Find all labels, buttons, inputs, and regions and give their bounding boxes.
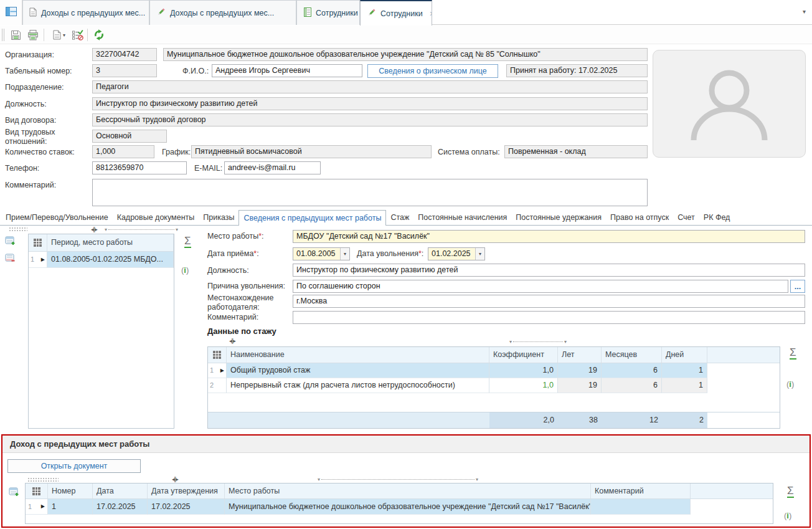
relation-field: Основной: [92, 130, 167, 143]
rate-label: Количество ставок:: [5, 148, 75, 157]
info-button[interactable]: (i): [181, 265, 189, 275]
income-section-title: Доход с предыдущих мест работы: [10, 439, 149, 449]
document-menu-button[interactable]: ▾: [49, 27, 70, 42]
fio-field[interactable]: Андреев Игорь Сергеевич: [212, 64, 362, 77]
sum-button[interactable]: Σ: [184, 236, 191, 248]
contract-field: Бессрочный трудовой договор: [92, 113, 648, 126]
window-tab-incomes-2[interactable]: Доходы с предыдущих мес...: [149, 0, 296, 25]
window-tab-employees-1[interactable]: Сотрудники: [296, 0, 360, 25]
verify-cancel-button[interactable]: [70, 27, 86, 42]
total-days: 2: [662, 412, 707, 428]
select-all-corner[interactable]: [29, 234, 47, 251]
close-icon[interactable]: ×: [430, 9, 432, 18]
grid-corner-icon: [32, 487, 40, 495]
calendar-dropdown-icon[interactable]: ▾: [340, 248, 349, 260]
add-row-button[interactable]: [2, 233, 17, 248]
tab-seniority[interactable]: Стаж: [386, 210, 413, 225]
tab-account[interactable]: Счет: [673, 210, 699, 225]
reason-field[interactable]: По соглашению сторон: [293, 280, 788, 293]
years-cell[interactable]: 19: [558, 363, 602, 378]
tab-rk-fed[interactable]: РК Фед: [699, 210, 735, 225]
layout-icon: [6, 7, 17, 18]
email-label: E-MAIL:: [194, 164, 222, 173]
approved-date-cell[interactable]: 17.02.2025: [148, 499, 225, 515]
prev-position-label: Должность:: [207, 266, 249, 275]
tab-overflow-arrow-icon[interactable]: ▾: [803, 8, 806, 15]
info-button[interactable]: (i): [786, 379, 794, 389]
period-grid: Период, место работы 1 ▶ 01.08.2005-01.0…: [28, 234, 174, 429]
prev-position-field[interactable]: Инструктор по физическому развитию детей: [293, 264, 805, 277]
info-button[interactable]: (i): [784, 511, 791, 520]
period-row[interactable]: 1 ▶ 01.08.2005-01.02.2025 МБДО...: [29, 252, 174, 268]
slider-arrow-icon: ▾: [318, 477, 320, 482]
number-cell[interactable]: 1: [48, 499, 93, 515]
email-field[interactable]: andreev-is@mail.ru: [224, 161, 321, 174]
add-row-button[interactable]: [6, 484, 21, 499]
print-button[interactable]: [25, 27, 41, 42]
tab-vacation-right[interactable]: Право на отпуск: [606, 210, 673, 225]
days-cell[interactable]: 1: [662, 363, 707, 378]
comment-cell[interactable]: [591, 499, 691, 515]
person-info-button[interactable]: Сведения о физическом лице: [367, 64, 498, 78]
column-width-slider[interactable]: ▾ ▾: [509, 339, 567, 345]
place-cell[interactable]: Муниципальное бюджетное дошкольное образ…: [225, 499, 591, 515]
sum-button[interactable]: Σ: [787, 485, 794, 498]
comment-field[interactable]: [92, 179, 648, 206]
toolbar-separator: [87, 29, 88, 41]
experience-row[interactable]: 1 ▶ Общий трудовой стаж 1,0 19 6 1: [208, 363, 780, 378]
coef-cell[interactable]: 1,0: [489, 363, 558, 378]
tab-previous-jobs[interactable]: Сведения с предыдущих мест работы: [238, 210, 386, 226]
delete-row-button[interactable]: [2, 250, 17, 265]
tab-orders[interactable]: Приказы: [199, 210, 238, 225]
column-header-name: Наименование: [227, 347, 489, 363]
name-cell[interactable]: Общий трудовой стаж: [227, 363, 489, 378]
column-splitter[interactable]: ◂||▸: [91, 227, 97, 232]
verify-cancel-icon: [72, 29, 84, 41]
date-cell[interactable]: 17.02.2025: [93, 499, 148, 515]
column-width-slider[interactable]: ▾ ▾: [318, 477, 478, 482]
window-tab-incomes-1[interactable]: Доходы с предыдущих мес...: [22, 0, 149, 25]
name-cell[interactable]: Непрерывный стаж (для расчета листов нет…: [227, 378, 489, 393]
tab-hr-documents[interactable]: Кадровые документы: [113, 210, 199, 225]
place-field[interactable]: МБДОУ "Детский сад №17 "Василёк": [293, 230, 805, 243]
save-button[interactable]: [7, 27, 24, 42]
months-cell[interactable]: 6: [602, 363, 662, 378]
employer-location-field[interactable]: г.Москва: [293, 295, 805, 308]
reason-lookup-button[interactable]: ...: [790, 280, 805, 293]
hire-date-picker[interactable]: 01.08.2005 ▾: [293, 247, 350, 260]
tab-hire-transfer[interactable]: Прием/Перевод/Увольнение: [1, 210, 113, 225]
period-cell[interactable]: 01.08.2005-01.02.2025 МБДО...: [47, 252, 174, 268]
contract-label: Вид договора:: [5, 116, 56, 125]
column-width-slider[interactable]: ▾ ▾: [105, 227, 178, 232]
drag-grip[interactable]: [9, 227, 27, 232]
main-toolbar: ▾: [0, 26, 812, 44]
experience-row[interactable]: 2 Непрерывный стаж (для расчета листов н…: [208, 378, 780, 393]
term-date-picker[interactable]: 01.02.2025 ▾: [428, 247, 485, 260]
tab-permanent-deductions[interactable]: Постоянные удержания: [511, 210, 606, 225]
income-row[interactable]: 1 ▶ 1 17.02.2025 17.02.2025 Муниципально…: [26, 499, 773, 515]
refresh-button[interactable]: [91, 27, 107, 42]
section-tab-strip: Прием/Перевод/Увольнение Кадровые докуме…: [1, 210, 734, 225]
delete-row-icon: [5, 253, 16, 263]
drag-grip[interactable]: [27, 477, 59, 482]
tab-permanent-accruals[interactable]: Постоянные начисления: [413, 210, 511, 225]
home-button[interactable]: [0, 0, 22, 25]
window-tab-employees-active[interactable]: Сотрудники ×: [360, 0, 432, 26]
income-section-header: Доход с предыдущих мест работы: [2, 436, 810, 453]
column-splitter[interactable]: ◂||▸: [172, 477, 178, 482]
refresh-icon: [93, 29, 105, 41]
column-splitter[interactable]: ◂||▸: [229, 338, 235, 344]
select-all-corner[interactable]: [26, 484, 48, 498]
column-header-date: Дата: [93, 484, 148, 498]
coef-cell[interactable]: 1,0: [489, 378, 558, 393]
open-document-button[interactable]: Открыть документ: [7, 459, 141, 473]
calendar-dropdown-icon[interactable]: ▾: [475, 248, 484, 260]
select-all-corner[interactable]: [208, 347, 227, 363]
toolbar-grip[interactable]: [2, 29, 4, 41]
sum-button[interactable]: Σ: [790, 347, 796, 360]
add-row-icon: [5, 236, 16, 245]
phone-field[interactable]: 88123659870: [92, 161, 187, 174]
prev-comment-field[interactable]: [293, 311, 805, 324]
reason-label: Причина увольнения:: [207, 282, 285, 291]
journal-icon: [303, 7, 311, 19]
